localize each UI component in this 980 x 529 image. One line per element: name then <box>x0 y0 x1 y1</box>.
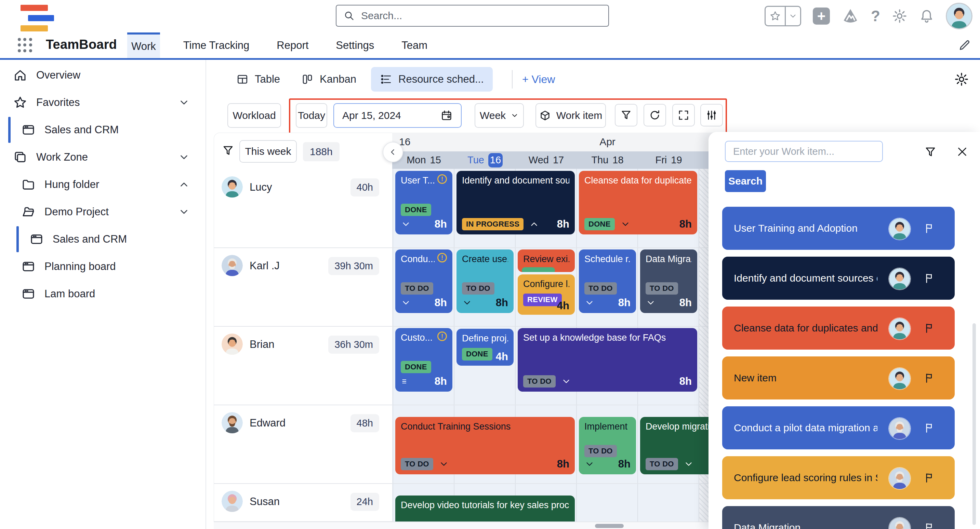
board-icon <box>21 259 35 274</box>
people-filter-funnel-icon[interactable] <box>221 144 235 157</box>
work-item-card[interactable]: Data Migration... <box>722 506 955 529</box>
sidebar-item-lam-board[interactable]: Lam board <box>0 280 205 308</box>
fullscreen-button[interactable] <box>672 104 695 126</box>
chevron-down-icon[interactable] <box>439 459 449 469</box>
app-logo-icon[interactable] <box>842 7 859 25</box>
horizontal-scrollbar-thumb[interactable] <box>595 524 624 528</box>
task-card[interactable]: Schedule r...TO DO8h <box>579 249 636 313</box>
flag-icon[interactable] <box>923 472 935 483</box>
flag-icon[interactable] <box>923 422 935 434</box>
sidebar-item-planning-board[interactable]: Planning board <box>0 253 205 280</box>
date-picker-field[interactable]: Apr 15, 2024 <box>333 103 461 128</box>
work-item-card[interactable]: Identify and document sources of exi... <box>722 257 955 300</box>
panel-scrollbar-thumb[interactable] <box>972 323 976 525</box>
favorites-split-button[interactable] <box>765 6 801 26</box>
task-card[interactable]: Conduct Training SessionsTO DO8h <box>395 417 575 474</box>
chevron-down-icon[interactable] <box>401 219 411 229</box>
panel-close-icon[interactable] <box>956 146 968 158</box>
person-row-brian: Brian36h 30m <box>214 326 392 405</box>
flag-icon[interactable] <box>923 222 935 234</box>
refresh-button[interactable] <box>644 104 666 126</box>
task-card[interactable]: Custo...!DONE8h <box>395 328 452 392</box>
day-header-wed[interactable]: Wed17 <box>515 151 577 169</box>
nav-tab-time-tracking[interactable]: Time Tracking <box>179 32 254 58</box>
notifications-bell-icon[interactable] <box>919 8 934 24</box>
chevron-down-icon[interactable] <box>178 151 190 163</box>
nav-tab-work[interactable]: Work <box>127 32 160 58</box>
day-header-thu[interactable]: Thu18 <box>577 151 638 169</box>
filter-button[interactable] <box>615 104 637 126</box>
chevron-down-icon[interactable] <box>584 459 595 469</box>
flag-icon[interactable] <box>923 272 935 284</box>
global-search-input[interactable] <box>360 10 608 22</box>
display-options-button[interactable] <box>700 104 723 126</box>
panel-search-button[interactable]: Search <box>725 170 766 192</box>
work-item-card[interactable]: New item <box>722 356 955 399</box>
work-item-search-input[interactable] <box>725 141 883 162</box>
chevron-down-icon[interactable] <box>462 298 472 308</box>
task-card[interactable]: Define proj...DONE4h <box>457 329 514 365</box>
collapse-panel-button[interactable] <box>383 142 403 162</box>
sidebar-item-work-zone[interactable]: Work Zone <box>0 143 205 171</box>
help-icon[interactable]: ? <box>871 8 880 25</box>
nav-tab-settings[interactable]: Settings <box>332 32 378 58</box>
app-switcher-icon[interactable] <box>18 38 33 53</box>
task-card[interactable]: Review exi... <box>518 249 575 272</box>
chevron-up-icon[interactable] <box>529 219 539 229</box>
settings-gear-icon[interactable] <box>892 8 907 24</box>
flag-icon[interactable] <box>923 322 935 334</box>
chevron-down-icon[interactable] <box>561 376 571 386</box>
sidebar-item-overview[interactable]: Overview <box>0 62 205 89</box>
task-card[interactable]: User T...!DONE8h <box>395 171 452 234</box>
day-header-fri[interactable]: Fri19 <box>638 151 699 169</box>
nav-tab-team[interactable]: Team <box>397 32 431 58</box>
menu-icon[interactable] <box>401 377 410 386</box>
calendar-icon <box>441 110 453 122</box>
chevron-up-icon[interactable] <box>178 179 190 191</box>
company-logo <box>21 5 58 27</box>
chevron-down-icon[interactable] <box>178 206 190 218</box>
task-card[interactable]: Condu...!TO DO8h <box>395 249 452 313</box>
this-week-button[interactable]: This week <box>239 140 297 163</box>
range-select[interactable]: Week <box>475 103 524 128</box>
edit-pencil-icon[interactable] <box>958 39 971 52</box>
task-card[interactable]: Cleanse data for duplicate...DONE8h <box>579 171 697 234</box>
view-tab-kanban[interactable]: Kanban <box>292 67 365 92</box>
sidebar-item-demo-project[interactable]: Demo Project <box>0 198 205 226</box>
sidebar-item-hung-folder[interactable]: Hung folder <box>0 171 205 198</box>
task-card[interactable]: Identify and document sou...IN PROGRESS8… <box>457 171 575 234</box>
flag-icon[interactable] <box>923 372 935 384</box>
sidebar-item-sales-and-crm[interactable]: Sales and CRM <box>0 116 205 143</box>
chevron-down-icon[interactable] <box>178 97 190 108</box>
sidebar-item-sales-and-crm[interactable]: Sales and CRM <box>0 226 205 253</box>
work-item-card[interactable]: User Training and Adoption <box>722 207 955 250</box>
task-card[interactable]: Data Migra...TO DO8h <box>640 249 697 313</box>
chevron-down-icon[interactable] <box>620 219 630 229</box>
flag-icon[interactable] <box>923 522 935 529</box>
status-badge: TO DO <box>523 375 556 388</box>
board-settings-gear-icon[interactable] <box>954 72 969 87</box>
work-item-card[interactable]: Cleanse data for duplicates and inacc... <box>722 307 955 349</box>
create-button[interactable]: + <box>813 8 830 25</box>
chevron-down-icon[interactable] <box>684 459 694 469</box>
work-item-card[interactable]: Conduct a pilot data migration and va... <box>722 406 955 450</box>
task-card[interactable]: Implement ...TO DO8h <box>579 417 636 474</box>
chevron-down-icon[interactable] <box>401 298 411 308</box>
workload-button[interactable]: Workload <box>228 103 281 128</box>
view-tab-table[interactable]: Table <box>228 67 289 92</box>
sidebar-item-favorites[interactable]: Favorites <box>0 89 205 116</box>
work-item-card[interactable]: Configure lead scoring rules in Salesf..… <box>722 456 955 499</box>
add-view-button[interactable]: + View <box>522 67 555 92</box>
chevron-down-icon[interactable] <box>646 298 656 308</box>
chevron-down-icon[interactable] <box>584 298 595 308</box>
nav-tab-report[interactable]: Report <box>272 32 313 58</box>
view-tab-resource-sched-[interactable]: Resource sched... <box>371 67 493 92</box>
task-card[interactable]: Configure l...REVIEW4h <box>518 275 575 315</box>
day-header-tue[interactable]: Tue16 <box>455 151 515 169</box>
panel-filter-funnel-icon[interactable] <box>924 146 937 159</box>
work-item-button[interactable]: Work item <box>536 103 606 128</box>
task-card[interactable]: Create use...TO DO8h <box>457 249 514 313</box>
profile-avatar[interactable] <box>946 3 972 29</box>
task-card[interactable]: Set up a knowledge base for FAQsTO DO8h <box>518 328 697 392</box>
today-button[interactable]: Today <box>296 103 327 128</box>
